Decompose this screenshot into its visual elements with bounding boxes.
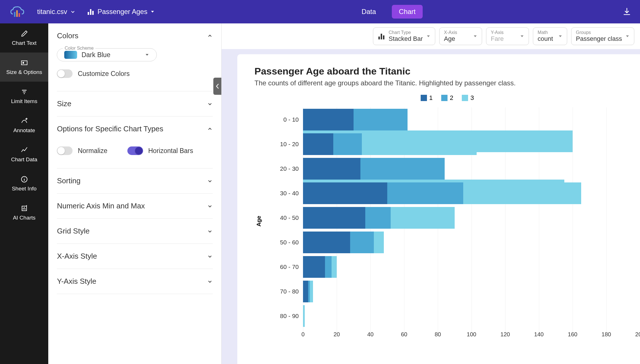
bar-segment[interactable]: [360, 158, 445, 180]
bar-segment[interactable]: [303, 232, 350, 253]
svg-rect-3: [88, 12, 89, 15]
bar-segment[interactable]: [374, 232, 384, 253]
legend-item-3[interactable]: 3: [462, 94, 474, 102]
size-icon: [20, 59, 28, 67]
nav-limit-items[interactable]: Limit Items: [0, 82, 48, 111]
chevron-down-icon: [207, 101, 213, 107]
triangle-down-icon: [558, 34, 562, 38]
chart-canvas: Passenger Age aboard the Titanic The cou…: [237, 54, 640, 364]
bar-segment[interactable]: [303, 109, 354, 130]
y-axis-select[interactable]: Y-AxisFare: [486, 27, 529, 45]
section-colors-header[interactable]: Colors: [57, 23, 213, 48]
collapse-panel-button[interactable]: [213, 78, 222, 95]
svg-rect-10: [381, 34, 382, 39]
bar-row: 10 - 20: [274, 132, 640, 156]
nav-chart-data[interactable]: Chart Data: [0, 140, 48, 169]
math-select[interactable]: Mathcount: [533, 27, 567, 45]
download-button[interactable]: [622, 7, 631, 16]
bar-segment[interactable]: [303, 305, 305, 327]
bar-segment[interactable]: [332, 256, 337, 278]
triangle-down-icon: [520, 34, 524, 38]
nav-size-options[interactable]: Size & Options: [0, 53, 48, 82]
left-nav: Chart Text Size & Options Limit Items An…: [0, 23, 48, 364]
svg-rect-1: [16, 10, 18, 17]
x-tick-label: 20: [334, 331, 340, 338]
horizontal-bars-toggle[interactable]: [127, 146, 143, 155]
chevron-down-icon: [70, 9, 76, 15]
section-options-header[interactable]: Options for Specific Chart Types: [57, 116, 213, 141]
x-tick-label: 60: [401, 331, 407, 338]
nav-sheet-info[interactable]: Sheet Info: [0, 169, 48, 198]
x-tick-label: 100: [467, 331, 476, 338]
triangle-down-icon: [426, 34, 430, 38]
chevron-down-icon: [207, 203, 213, 209]
bar-row: 0 - 10: [274, 107, 640, 132]
x-tick-label: 40: [367, 331, 374, 338]
bar-row: 40 - 50: [274, 206, 640, 230]
nav-annotate[interactable]: Annotate: [0, 111, 48, 140]
bar-segment[interactable]: [303, 281, 308, 302]
chart-legend: 1 2 3: [254, 94, 640, 102]
chevron-down-icon: [207, 279, 213, 284]
bar-row: 30 - 40: [274, 181, 640, 206]
normalize-toggle[interactable]: [57, 146, 73, 155]
section-sorting-header[interactable]: Sorting: [57, 168, 213, 193]
chart-type-select[interactable]: Chart TypeStacked Bar: [373, 27, 435, 45]
nav-data[interactable]: Data: [354, 5, 383, 19]
x-axis-select[interactable]: X-AxisAge: [439, 27, 482, 45]
bar-segment[interactable]: [303, 158, 360, 180]
bar-segment[interactable]: [354, 109, 408, 130]
bar-segment[interactable]: [391, 207, 455, 229]
download-icon: [622, 7, 631, 16]
x-tick-label: 80: [435, 331, 441, 338]
annotate-icon: [20, 117, 28, 125]
section-y-axis-style-header[interactable]: Y-Axis Style: [57, 269, 213, 294]
x-tick-label: 120: [500, 331, 510, 338]
section-grid-style-header[interactable]: Grid Style: [57, 219, 213, 244]
bar-segment[interactable]: [303, 256, 325, 278]
chart-selector[interactable]: Passenger Ages: [87, 8, 155, 16]
bar-segment[interactable]: [463, 182, 581, 204]
pencil-icon: [20, 30, 28, 38]
color-scheme-select[interactable]: Color Scheme Dark Blue: [57, 48, 157, 61]
bar-row: 80 - 90: [274, 304, 640, 328]
bar-segment[interactable]: [303, 182, 387, 204]
bar-category-label: 30 - 40: [274, 190, 303, 197]
filter-icon: [20, 88, 28, 96]
bar-segment[interactable]: [303, 133, 333, 155]
chart-controls-bar: Chart TypeStacked Bar X-AxisAge Y-AxisFa…: [222, 23, 640, 49]
options-panel: Colors Color Scheme Dark Blue Customize …: [48, 23, 222, 364]
customize-colors-toggle[interactable]: [57, 69, 73, 78]
bar-segment[interactable]: [303, 207, 365, 229]
line-chart-icon: [20, 146, 28, 154]
nav-chart-text[interactable]: Chart Text: [0, 23, 48, 53]
chart-name: Passenger Ages: [97, 8, 147, 16]
bar-category-label: 50 - 60: [274, 239, 303, 246]
bar-row: 60 - 70: [274, 255, 640, 279]
bar-category-label: 40 - 50: [274, 214, 303, 221]
x-tick-label: 140: [534, 331, 543, 338]
nav-chart[interactable]: Chart: [392, 5, 423, 19]
bar-segment[interactable]: [350, 232, 374, 253]
bar-segment[interactable]: [310, 281, 313, 302]
triangle-down-icon: [473, 34, 477, 38]
bar-segment[interactable]: [333, 133, 362, 155]
section-x-axis-style-header[interactable]: X-Axis Style: [57, 244, 213, 269]
section-numeric-axis-header[interactable]: Numeric Axis Min and Max: [57, 194, 213, 218]
file-selector[interactable]: titanic.csv: [37, 8, 76, 16]
chart-area: Chart TypeStacked Bar X-AxisAge Y-AxisFa…: [222, 23, 640, 364]
bar-segment[interactable]: [362, 133, 476, 155]
chevron-up-icon: [207, 126, 213, 132]
x-tick-label: 0: [301, 331, 304, 338]
nav-ai-charts[interactable]: AI Charts: [0, 198, 48, 227]
legend-item-1[interactable]: 1: [421, 94, 433, 102]
bar-chart-icon: [87, 8, 95, 15]
bar-segment[interactable]: [387, 182, 463, 204]
legend-item-2[interactable]: 2: [441, 94, 453, 102]
bar-segment[interactable]: [325, 256, 332, 278]
groups-select[interactable]: GroupsPassenger class: [571, 27, 634, 45]
legend-swatch: [421, 95, 427, 101]
bar-segment[interactable]: [365, 207, 391, 229]
svg-rect-4: [90, 9, 91, 15]
section-size-header[interactable]: Size: [57, 91, 213, 116]
